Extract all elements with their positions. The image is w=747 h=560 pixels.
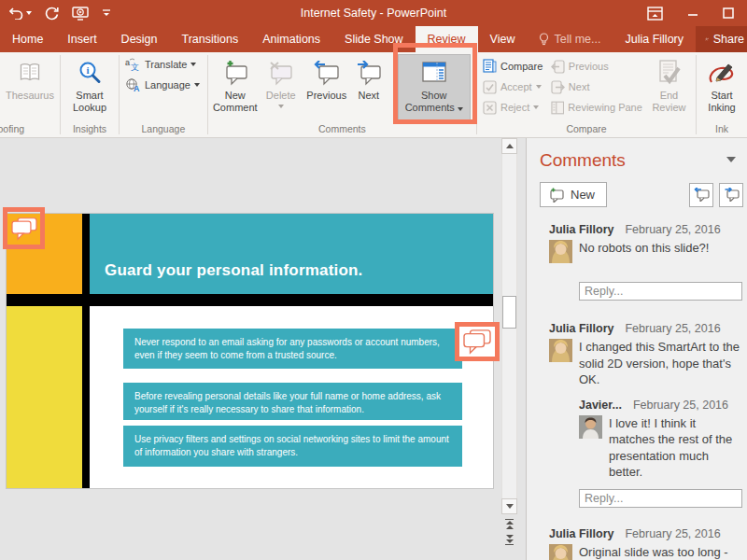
ribbon-group-comments: New Comment Delete Previous Next Show — [208, 52, 476, 137]
account-user-name[interactable]: Julia Fillory — [613, 26, 696, 52]
reject-button[interactable]: Reject — [480, 97, 548, 118]
translate-dropdown-caret — [190, 63, 196, 66]
avatar-javier — [579, 415, 602, 439]
new-comment-label: New Comment — [212, 90, 259, 114]
slide-title-banner[interactable]: Guard your personal information. — [90, 214, 493, 294]
compare-button[interactable]: Compare — [480, 56, 548, 77]
tab-design[interactable]: Design — [109, 26, 170, 52]
new-comment-pane-button[interactable]: New — [540, 182, 607, 207]
reviewing-pane-button[interactable]: Reviewing Pane — [548, 97, 645, 118]
slide-yellow-rectangle[interactable] — [7, 306, 82, 488]
new-comment-button[interactable]: New Comment — [211, 54, 260, 121]
start-from-beginning-button[interactable] — [72, 7, 89, 21]
language-button[interactable]: A Language — [122, 75, 203, 95]
comment-author-line: Javier...February 25, 2016 — [579, 398, 742, 413]
thesaurus-button[interactable]: Thesaurus — [3, 54, 57, 121]
comment-author-line: Julia FilloryFebruary 25, 2016 — [549, 526, 742, 541]
comment-author: Julia Fillory — [549, 322, 613, 335]
slide-text-box-1[interactable]: Never respond to an email asking for any… — [123, 329, 462, 369]
smart-lookup-label: Smart Lookup — [64, 90, 115, 114]
comment-reply[interactable]: Javier...February 25, 2016 I love it! I … — [549, 398, 742, 481]
previous-comment-icon — [314, 59, 340, 87]
language-dropdown-caret — [194, 83, 200, 87]
tab-slide-show[interactable]: Slide Show — [332, 26, 416, 52]
ribbon-tab-row: Home Insert Design Transitions Animation… — [0, 26, 747, 52]
start-inking-icon — [708, 59, 736, 87]
ribbon-display-options-button[interactable] — [647, 7, 663, 21]
title-bar: Internet Safety - PowerPoint — [0, 0, 747, 26]
next-slide-icon — [506, 539, 514, 543]
new-comment-pane-label: New — [571, 188, 595, 202]
pane-options-caret-icon[interactable] — [726, 157, 736, 162]
reply-input[interactable] — [579, 489, 742, 508]
comment-thread[interactable]: Julia FilloryFebruary 25, 2016 No robots… — [527, 222, 747, 301]
start-inking-button[interactable]: Start Inking — [699, 54, 744, 121]
slide-black-horizontal-bar[interactable] — [7, 294, 493, 306]
show-comments-button[interactable]: Show Comments — [398, 54, 471, 121]
window-title: Internet Safety - PowerPoint — [0, 7, 747, 20]
delete-comment-button[interactable]: Delete — [260, 54, 303, 121]
next-comment-pane-button[interactable] — [719, 183, 743, 207]
tab-review[interactable]: Review — [416, 26, 478, 52]
undo-dropdown-caret[interactable] — [26, 11, 32, 15]
previous-slide-icon — [506, 521, 514, 525]
compare-previous-button[interactable]: Previous — [548, 56, 645, 77]
tab-animations[interactable]: Animations — [250, 26, 332, 52]
show-comments-label: Show Comments — [399, 90, 470, 114]
repeat-icon — [45, 7, 59, 21]
smart-lookup-icon: i — [78, 59, 102, 87]
tell-me-box[interactable]: Tell me... — [527, 26, 613, 52]
comment-thread[interactable]: Julia FilloryFebruary 25, 2016 Original … — [527, 526, 747, 560]
tab-home[interactable]: Home — [0, 26, 55, 52]
comment-date: February 25, 2016 — [625, 223, 720, 236]
share-button[interactable]: Share — [696, 26, 747, 52]
comment-marker-icon[interactable] — [10, 217, 38, 241]
next-slide-button[interactable] — [503, 534, 515, 546]
reviewing-pane-label: Reviewing Pane — [568, 102, 642, 113]
slide-text-box-2[interactable]: Before revealing personal details like y… — [123, 383, 462, 420]
comment-thread[interactable]: Julia FilloryFebruary 25, 2016 I changed… — [527, 321, 747, 508]
reply-input[interactable] — [579, 282, 742, 301]
undo-button[interactable] — [9, 7, 32, 20]
slide-text-box-3[interactable]: Use privacy filters and settings on soci… — [123, 426, 462, 467]
slide-canvas[interactable]: Guard your personal information. Never r… — [7, 214, 493, 488]
smart-lookup-button[interactable]: i Smart Lookup — [63, 54, 116, 121]
previous-comment-pane-button[interactable] — [689, 183, 713, 207]
slide-title[interactable]: Guard your personal information. — [105, 261, 363, 280]
undo-icon — [9, 7, 24, 20]
group-label-language: Language — [120, 123, 207, 134]
compare-label: Compare — [500, 61, 543, 72]
comment-text: I love it! I think it matches the rest o… — [609, 415, 742, 481]
comment-author-line: Julia FilloryFebruary 25, 2016 — [549, 222, 742, 237]
ribbon-group-insights: i Smart Lookup Insights — [61, 52, 119, 137]
compare-next-button[interactable]: Next — [548, 77, 645, 97]
previous-slide-button[interactable] — [503, 518, 515, 530]
comment-marker-icon[interactable] — [462, 329, 492, 355]
tab-insert[interactable]: Insert — [55, 26, 108, 52]
minimize-button[interactable] — [687, 7, 698, 19]
scroll-down-button[interactable] — [501, 498, 517, 514]
comment-text: I changed this SmartArt to the solid 2D … — [579, 339, 742, 388]
maximize-button[interactable] — [723, 7, 734, 19]
tab-view[interactable]: View — [478, 26, 528, 52]
translate-button[interactable]: a文 Translate — [122, 54, 199, 75]
comment-date: February 25, 2016 — [625, 527, 720, 540]
scrollbar-thumb[interactable] — [502, 296, 516, 329]
reject-dropdown-caret — [533, 105, 539, 109]
slide-black-vertical-bar[interactable] — [82, 214, 90, 488]
language-icon: A — [125, 77, 141, 92]
scroll-up-button[interactable] — [501, 138, 517, 154]
repeat-button[interactable] — [45, 7, 59, 21]
comment-date: February 25, 2016 — [633, 399, 728, 412]
compare-previous-icon — [551, 60, 565, 74]
delete-comment-label: Delete — [266, 90, 296, 102]
previous-comment-button[interactable]: Previous — [303, 54, 351, 121]
tab-transitions[interactable]: Transitions — [170, 26, 251, 52]
accept-button[interactable]: Accept — [480, 77, 548, 97]
next-slide-icon — [506, 535, 514, 539]
end-review-button[interactable]: End Review — [645, 54, 693, 121]
customize-qat-button[interactable] — [102, 8, 111, 18]
compare-next-icon — [551, 80, 565, 94]
comments-pane: Comments New Julia FilloryFebruary 25, 2… — [527, 138, 747, 560]
next-comment-button[interactable]: Next — [351, 54, 387, 121]
